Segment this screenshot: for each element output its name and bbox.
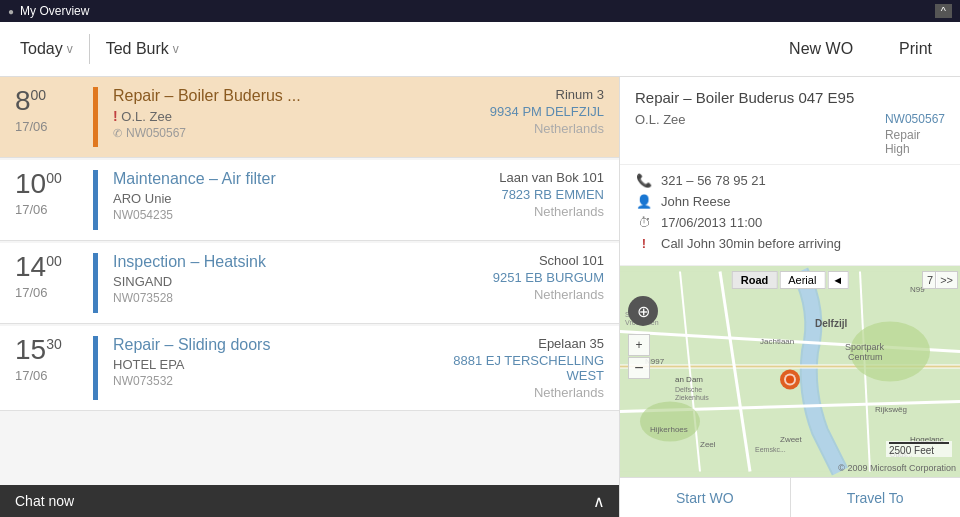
detail-footer: Start WO Travel To (620, 477, 960, 517)
phone-value: 321 – 56 78 95 21 (661, 173, 766, 188)
clock-icon: ⏱ (635, 215, 653, 230)
wo-company: ARO Unie (113, 191, 404, 206)
wo-number: NW054235 (113, 208, 404, 222)
addr-city: 9251 EB BURGUM (414, 270, 604, 285)
addr-country: Netherlands (414, 287, 604, 302)
schedule-panel: 800 17/06 Repair – Boiler Buderus ... ! … (0, 77, 620, 517)
indicator-bar (93, 253, 98, 313)
new-wo-button[interactable]: New WO (781, 36, 861, 62)
start-wo-button[interactable]: Start WO (620, 478, 791, 517)
detail-panel: Repair – Boiler Buderus 047 E95 O.L. Zee… (620, 77, 960, 517)
map-scale: 2500 Feet (886, 441, 952, 457)
indicator-col (93, 253, 101, 313)
svg-point-27 (786, 376, 794, 384)
addr-country: Netherlands (414, 385, 604, 400)
wo-number: NW073532 (113, 374, 404, 388)
toolbar-left: Today v Ted Burk v (20, 34, 179, 64)
time-date: 17/06 (15, 368, 85, 383)
scale-bar (889, 442, 949, 444)
addr-country: Netherlands (414, 204, 604, 219)
map-container: Sportpark Centrum Delfzijl N997 Jachtlaa… (620, 266, 960, 477)
travel-to-button[interactable]: Travel To (791, 478, 961, 517)
wo-title: Repair – Boiler Buderus ... (113, 87, 404, 105)
wo-title: Repair – Sliding doors (113, 336, 404, 354)
svg-text:Rijkswëg: Rijkswëg (875, 405, 907, 414)
wo-company: ! O.L. Zee (113, 108, 404, 124)
addr-street: Epelaan 35 (414, 336, 604, 351)
toolbar-separator (89, 34, 90, 64)
detail-title: Repair – Boiler Buderus 047 E95 (635, 89, 945, 106)
map-zoom-controls: + − (628, 334, 650, 379)
title-bar-left: ● My Overview (8, 4, 89, 18)
wo-company: HOTEL EPA (113, 357, 404, 372)
datetime-row: ⏱ 17/06/2013 11:00 (635, 215, 945, 230)
main-layout: 800 17/06 Repair – Boiler Buderus ... ! … (0, 77, 960, 517)
user-dropdown[interactable]: Ted Burk v (106, 40, 179, 58)
address-col: School 101 9251 EB BURGUM Netherlands (404, 253, 604, 313)
detail-wo-number: NW050567 (885, 112, 945, 126)
svg-point-9 (640, 402, 700, 442)
print-button[interactable]: Print (891, 36, 940, 62)
svg-text:Centrum: Centrum (848, 352, 883, 362)
time-big: 800 (15, 87, 85, 115)
user-label: Ted Burk (106, 40, 169, 58)
address-col: Epelaan 35 8881 EJ TERSCHELLING WEST Net… (404, 336, 604, 400)
user-arrow: v (173, 42, 179, 56)
map-nav-joystick[interactable]: ⊕ (628, 296, 658, 326)
time-date: 17/06 (15, 119, 85, 134)
svg-text:Ziekenhuis: Ziekenhuis (675, 394, 709, 401)
svg-text:an Dam: an Dam (675, 375, 703, 384)
scale-label: 2500 Feet (889, 445, 934, 456)
wo-company: SINGAND (113, 274, 404, 289)
detail-wo-type: Repair (885, 128, 945, 142)
map-copyright: © 2009 Microsoft Corporation (838, 463, 956, 473)
person-icon: 👤 (635, 194, 653, 209)
time-big: 1000 (15, 170, 85, 198)
addr-country: Netherlands (414, 121, 604, 136)
chat-bar[interactable]: Chat now ∧ (0, 485, 620, 517)
zoom-in-btn[interactable]: + (628, 334, 650, 356)
phone-small-icon: ✆ (113, 127, 122, 140)
wo-number: ✆ NW050567 (113, 126, 404, 140)
svg-text:Delfsche: Delfsche (675, 386, 702, 393)
today-dropdown[interactable]: Today v (20, 40, 73, 58)
title-bar-close[interactable]: ^ (935, 4, 952, 18)
svg-text:Jachtlaan: Jachtlaan (760, 337, 794, 346)
indicator-col (93, 87, 101, 147)
schedule-item[interactable]: 800 17/06 Repair – Boiler Buderus ... ! … (0, 77, 619, 158)
detail-priority: High (885, 142, 945, 156)
technician-value: John Reese (661, 194, 730, 209)
address-col: Laan van Bok 101 7823 RB EMMEN Netherlan… (404, 170, 604, 230)
indicator-col (93, 336, 101, 400)
detail-map: Sportpark Centrum Delfzijl N997 Jachtlaa… (620, 266, 960, 477)
schedule-item[interactable]: 1000 17/06 Maintenance – Air filter ARO … (0, 160, 619, 241)
time-col: 1000 17/06 (15, 170, 85, 230)
map-toolbar: Road Aerial ◄ (732, 271, 849, 289)
time-big: 1530 (15, 336, 85, 364)
time-big: 1400 (15, 253, 85, 281)
today-label: Today (20, 40, 63, 58)
chat-arrow: ∧ (593, 492, 605, 511)
detail-col: Inspection – Heatsink SINGAND NW073528 (109, 253, 404, 313)
exclaim-icon: ! (635, 236, 653, 251)
time-date: 17/06 (15, 202, 85, 217)
phone-icon: 📞 (635, 173, 653, 188)
svg-text:Zweet: Zweet (780, 435, 803, 444)
zoom-out-btn[interactable]: − (628, 357, 650, 379)
today-arrow: v (67, 42, 73, 56)
phone-row: 📞 321 – 56 78 95 21 (635, 173, 945, 188)
schedule-item[interactable]: 1530 17/06 Repair – Sliding doors HOTEL … (0, 326, 619, 411)
road-tab[interactable]: Road (732, 271, 778, 289)
map-arrow-right-btn[interactable]: >> (935, 271, 958, 289)
wo-title: Maintenance – Air filter (113, 170, 404, 188)
addr-street: Rinum 3 (414, 87, 604, 102)
map-collapse-btn[interactable]: ◄ (827, 271, 848, 289)
wo-title: Inspection – Heatsink (113, 253, 404, 271)
schedule-item[interactable]: 1400 17/06 Inspection – Heatsink SINGAND… (0, 243, 619, 324)
addr-street: Laan van Bok 101 (414, 170, 604, 185)
addr-street: School 101 (414, 253, 604, 268)
aerial-tab[interactable]: Aerial (779, 271, 825, 289)
chat-label: Chat now (15, 493, 74, 509)
addr-city: 7823 RB EMMEN (414, 187, 604, 202)
title-bar-icon: ● (8, 6, 14, 17)
